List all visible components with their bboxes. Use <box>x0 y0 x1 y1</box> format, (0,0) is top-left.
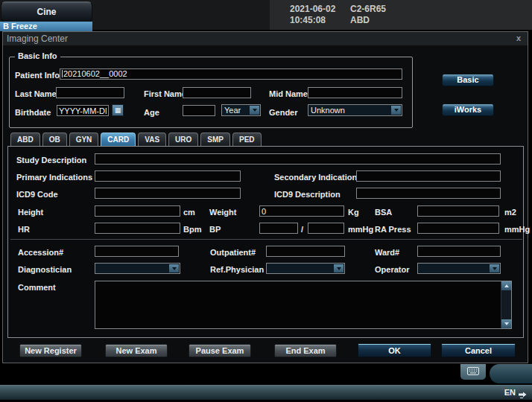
basic-button[interactable]: Basic <box>442 74 494 86</box>
freeze-status: B Freeze <box>0 22 92 31</box>
calendar-icon[interactable]: ▦ <box>112 104 124 116</box>
patient-info-field[interactable]: 20210602__0002 <box>60 68 402 80</box>
age-field[interactable] <box>183 105 215 116</box>
icd9-code-label: ICD9 Code <box>16 190 58 199</box>
tab-ped[interactable]: PED <box>232 133 262 146</box>
weight-label: Weight <box>209 208 236 217</box>
icd9-description-label: ICD9 Description <box>274 190 341 199</box>
bp-unit: mmHg <box>348 225 373 234</box>
tab-card[interactable]: CARD <box>101 133 136 146</box>
basic-info-legend: Basic Info <box>15 51 60 60</box>
mid-name-label: Mid Name <box>269 89 308 98</box>
operator-label: Operator <box>375 265 409 274</box>
tab-vas[interactable]: VAS <box>138 133 166 146</box>
chevron-down-icon[interactable] <box>334 264 343 272</box>
first-name-field[interactable] <box>183 87 251 98</box>
close-icon[interactable]: x <box>516 34 521 42</box>
hr-unit: Bpm <box>183 225 201 234</box>
mid-name-field[interactable] <box>308 87 402 98</box>
diagnostician-label: Diagnostician <box>18 265 72 274</box>
new-register-button[interactable]: New Register <box>19 344 82 357</box>
ra-press-unit: mmHg <box>504 225 530 234</box>
ok-button[interactable]: OK <box>358 344 431 357</box>
tab-uro[interactable]: URO <box>168 133 198 146</box>
bottom-right-button[interactable] <box>490 364 532 383</box>
birthdate-label: Birthdate <box>15 108 51 117</box>
comment-field[interactable] <box>96 282 502 330</box>
comment-scrollbar[interactable] <box>501 281 511 328</box>
primary-indications-field[interactable] <box>95 170 241 182</box>
input-switch-icon[interactable] <box>518 389 528 402</box>
cine-button[interactable]: Cine <box>1 1 92 22</box>
text-caret <box>62 70 63 77</box>
scroll-down-icon[interactable] <box>501 319 511 328</box>
exam-time: 10:45:08 <box>290 15 326 26</box>
outpatient-field[interactable] <box>266 246 345 257</box>
accession-field[interactable] <box>95 246 179 257</box>
ward-label: Ward# <box>375 248 399 257</box>
last-name-field[interactable] <box>56 87 124 98</box>
cancel-button[interactable]: Cancel <box>441 344 516 357</box>
keyboard-button[interactable] <box>460 364 486 380</box>
chevron-down-icon[interactable] <box>490 264 499 272</box>
tab-ob[interactable]: OB <box>42 133 67 146</box>
chevron-down-icon[interactable] <box>250 106 259 115</box>
end-exam-button[interactable]: End Exam <box>274 344 337 357</box>
height-field[interactable] <box>95 205 180 217</box>
icd9-description-field[interactable] <box>356 188 501 199</box>
primary-indications-label: Primary Indications <box>16 173 92 182</box>
exam-mode-tabs: ABD OB GYN CARD VAS URO SMP PED <box>10 133 262 146</box>
hr-label: HR <box>18 225 30 234</box>
last-name-label: Last Name <box>15 89 57 98</box>
ra-press-field[interactable] <box>417 223 499 234</box>
secondary-indications-label: Secondary Indications <box>274 173 361 182</box>
card-tab-panel: Study Description Primary Indications Se… <box>7 146 524 338</box>
weight-unit: Kg <box>348 208 359 217</box>
language-indicator[interactable]: EN <box>504 388 516 397</box>
bp-systolic-field[interactable] <box>259 223 298 234</box>
ultrasound-screen: Cine B Freeze 2021-06-02 10:45:08 C2-6R6… <box>0 0 532 402</box>
weight-field[interactable] <box>259 205 344 217</box>
ra-press-label: RA Press <box>375 225 411 234</box>
height-label: Height <box>18 208 43 217</box>
imaging-center-dialog: Imaging Center x Basic Info Patient Info… <box>2 31 528 363</box>
bsa-field[interactable] <box>417 205 499 217</box>
new-exam-button[interactable]: New Exam <box>105 344 168 357</box>
hr-field[interactable] <box>95 223 180 234</box>
bp-separator: / <box>301 225 303 234</box>
chevron-down-icon[interactable] <box>391 106 401 115</box>
secondary-indications-field[interactable] <box>356 170 501 182</box>
accession-label: Accession# <box>18 248 63 257</box>
operator-dropdown[interactable] <box>417 263 501 274</box>
study-description-label: Study Description <box>16 156 86 165</box>
dialog-title: Imaging Center <box>3 32 528 45</box>
height-unit: cm <box>183 208 195 217</box>
gender-dropdown[interactable]: Unknown <box>308 104 402 116</box>
patient-info-value: 20210602__0002 <box>63 69 127 78</box>
bp-diastolic-field[interactable] <box>308 223 344 234</box>
pause-exam-button[interactable]: Pause Exam <box>189 344 251 357</box>
icd9-code-field[interactable] <box>95 188 241 199</box>
tab-smp[interactable]: SMP <box>200 133 230 146</box>
probe-model: C2-6R65 <box>350 4 386 15</box>
gender-value: Unknown <box>308 105 391 115</box>
section-divider <box>10 239 522 240</box>
comment-box <box>95 281 512 329</box>
age-label: Age <box>144 108 159 117</box>
iworks-button[interactable]: iWorks <box>442 103 494 116</box>
study-description-field[interactable] <box>95 153 501 165</box>
keyboard-icon <box>467 366 479 377</box>
patient-info-label: Patient Info <box>15 71 60 80</box>
bp-label: BP <box>209 225 221 234</box>
birthdate-field[interactable] <box>57 105 109 116</box>
ref-physician-dropdown[interactable] <box>266 263 345 274</box>
diagnostician-dropdown[interactable] <box>95 263 180 274</box>
ward-field[interactable] <box>417 246 501 257</box>
gender-label: Gender <box>269 108 298 117</box>
first-name-label: First Name <box>144 89 186 98</box>
age-unit-dropdown[interactable]: Year <box>221 104 261 116</box>
tab-gyn[interactable]: GYN <box>69 133 99 146</box>
chevron-down-icon[interactable] <box>169 264 179 272</box>
tab-abd[interactable]: ABD <box>10 133 40 146</box>
scroll-up-icon[interactable] <box>501 281 511 290</box>
